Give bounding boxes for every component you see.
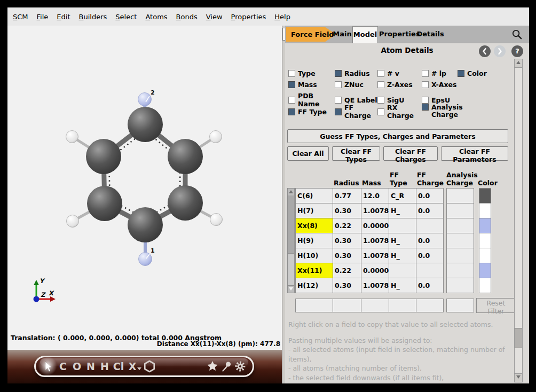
cell-ff-charge[interactable]: 0.0 — [416, 203, 444, 218]
checkbox-box[interactable] — [422, 70, 429, 77]
structure-tool-button[interactable] — [206, 360, 219, 373]
cell-radius[interactable]: 0.30 — [333, 278, 361, 293]
checkbox-ff-type[interactable]: FF Type — [288, 104, 335, 120]
cell-analysis-charge[interactable] — [446, 248, 474, 263]
cell-ff-type[interactable]: H_ — [389, 203, 416, 218]
help-button[interactable]: ? — [511, 45, 523, 57]
element-dropdown-arrow-icon[interactable] — [137, 367, 141, 370]
checkbox-box[interactable] — [458, 70, 464, 77]
element-o-button[interactable]: O — [70, 360, 84, 372]
clear-ff-types-button[interactable]: Clear FF Types — [332, 146, 380, 161]
checkbox-analysis-charge[interactable]: Analysis Charge — [422, 104, 458, 120]
tab-details[interactable]: Details — [416, 26, 444, 43]
checkbox-box[interactable] — [422, 81, 429, 88]
cell-analysis-charge[interactable] — [446, 218, 474, 233]
forward-button[interactable] — [494, 45, 506, 57]
checkbox-znuc[interactable]: ZNuc — [335, 81, 377, 89]
cell-mass[interactable]: 1.007825 — [361, 248, 389, 263]
guess-ff-button[interactable]: Guess FF Types, Charges and Parameters — [287, 129, 508, 143]
element-h-button[interactable]: H — [98, 360, 112, 372]
checkbox-num-lp[interactable]: # lp — [422, 69, 458, 77]
checkbox-box[interactable] — [288, 97, 295, 104]
cell-ff-type[interactable] — [389, 263, 416, 278]
cell-name[interactable]: C(6) — [295, 188, 333, 203]
cell-ff-charge[interactable]: 0.0 — [416, 188, 444, 203]
filter-input[interactable] — [416, 299, 444, 312]
reset-filter-button[interactable]: Reset Filter — [476, 298, 516, 313]
checkbox-box[interactable] — [288, 81, 295, 88]
cell-analysis-charge[interactable] — [446, 233, 474, 248]
cell-name[interactable]: H(12) — [295, 278, 333, 293]
cell-radius[interactable]: 0.30 — [333, 233, 361, 248]
cell-ff-type[interactable]: H_ — [389, 278, 416, 293]
cell-color-swatch[interactable] — [479, 278, 491, 293]
tab-main[interactable]: Main — [331, 26, 353, 43]
checkbox-box[interactable] — [377, 97, 384, 104]
back-button[interactable] — [479, 45, 491, 57]
cell-ff-charge[interactable] — [416, 218, 444, 233]
menu-properties[interactable]: Properties — [227, 13, 271, 21]
table-scrollbar[interactable] — [287, 188, 295, 293]
panel-scroll-thumb[interactable] — [515, 328, 522, 348]
filter-input[interactable] — [295, 299, 333, 312]
table-scroll-up-icon[interactable] — [288, 189, 294, 196]
checkbox-color[interactable]: Color — [458, 69, 487, 77]
tab-properties[interactable]: Properties — [379, 26, 415, 43]
menu-builders[interactable]: Builders — [75, 13, 112, 21]
filter-input[interactable] — [389, 299, 416, 312]
menu-bonds[interactable]: Bonds — [172, 13, 202, 21]
filter-input[interactable] — [333, 299, 361, 312]
ring-tool-button[interactable] — [143, 360, 156, 373]
cell-ff-type[interactable]: H_ — [389, 248, 416, 263]
checkbox-box[interactable] — [377, 70, 384, 77]
menu-select[interactable]: Select — [111, 13, 141, 21]
menu-edit[interactable]: Edit — [52, 13, 74, 21]
checkbox-box[interactable] — [377, 108, 384, 115]
cell-analysis-charge[interactable] — [446, 203, 474, 218]
clear-ff-parameters-button[interactable]: Clear FF Parameters — [441, 146, 508, 161]
cell-name[interactable]: H(7) — [295, 203, 333, 218]
search-icon[interactable] — [511, 29, 523, 40]
cell-analysis-charge[interactable] — [446, 278, 474, 293]
cell-analysis-charge[interactable] — [446, 188, 474, 203]
settings-tool-button[interactable] — [233, 360, 247, 373]
cell-ff-type[interactable]: H_ — [389, 233, 416, 248]
panel-scrollbar[interactable] — [514, 59, 523, 382]
menu-atoms[interactable]: Atoms — [141, 13, 171, 21]
cell-radius[interactable]: 0.30 — [333, 248, 361, 263]
checkbox-box[interactable] — [288, 108, 295, 115]
cell-ff-charge[interactable] — [416, 263, 444, 278]
menu-help[interactable]: Help — [270, 13, 295, 21]
cell-color-swatch[interactable] — [479, 188, 491, 203]
cell-color-swatch[interactable] — [479, 248, 491, 263]
checkbox-ff-charge[interactable]: FF Charge — [335, 104, 377, 120]
element-c-button[interactable]: C — [56, 360, 70, 372]
checkbox-rx-charge[interactable]: RX Charge — [377, 104, 422, 120]
cell-radius[interactable]: 0.22 — [333, 263, 361, 278]
cell-color-swatch[interactable] — [479, 263, 491, 278]
menu-file[interactable]: File — [33, 13, 53, 21]
cell-name[interactable]: H(10) — [295, 248, 333, 263]
cell-color-swatch[interactable] — [479, 233, 491, 248]
cell-name[interactable]: Xx(11) — [295, 263, 333, 278]
checkbox-mass[interactable]: Mass — [288, 81, 335, 89]
cell-mass[interactable]: 0.000001 — [361, 263, 389, 278]
element-cl-button[interactable]: Cl — [112, 360, 125, 372]
element-x-button[interactable]: X — [125, 360, 139, 372]
cell-ff-type[interactable] — [389, 218, 416, 233]
table-scroll-down-icon[interactable] — [288, 285, 294, 293]
pointer-pin-tool-button[interactable] — [219, 360, 233, 373]
filter-input[interactable] — [361, 299, 389, 312]
cell-radius[interactable]: 0.22 — [333, 218, 361, 233]
checkbox-box[interactable] — [335, 97, 342, 104]
cell-ff-charge[interactable]: 0.0 — [416, 278, 444, 293]
checkbox-box[interactable] — [335, 70, 342, 77]
cell-ff-type[interactable]: C_R — [389, 188, 416, 203]
panel-scroll-down-icon[interactable] — [515, 373, 522, 382]
cell-ff-charge[interactable]: 0.0 — [416, 248, 444, 263]
cell-analysis-charge[interactable] — [446, 263, 474, 278]
checkbox-z-axes[interactable]: Z-Axes — [377, 81, 422, 89]
checkbox-box[interactable] — [335, 81, 342, 88]
checkbox-num-v[interactable]: # v — [377, 69, 422, 77]
checkbox-box[interactable] — [377, 81, 384, 88]
